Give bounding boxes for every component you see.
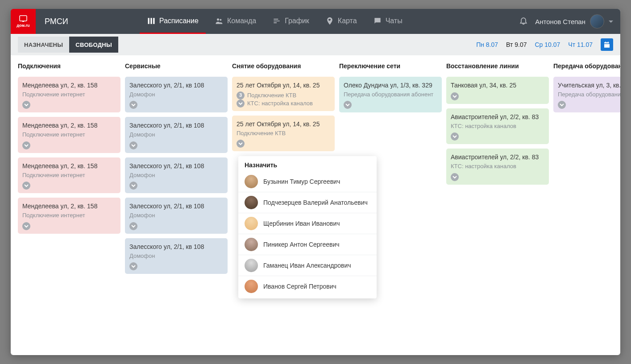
task-card[interactable]: Залесского ул, 2/1, кв 108Домофон — [125, 238, 228, 274]
expand-chevron[interactable] — [22, 182, 30, 190]
card-address: 25 лет Октября ул, 14, кв. 25 — [237, 120, 330, 128]
task-card[interactable]: Авиастроителей ул, 2/2, кв. 83КТС: настр… — [446, 149, 549, 184]
person-name: Гаманец Иван Александрович — [263, 262, 351, 269]
card-address: Залесского ул, 2/1, кв 108 — [129, 202, 223, 211]
chevron-down-icon — [452, 175, 457, 179]
assign-person-item[interactable]: Бузынин Тимур Сергеевич — [238, 171, 377, 192]
chevron-down-icon — [560, 103, 564, 107]
card-description: Домофон — [129, 91, 223, 99]
date-next-1[interactable]: Ср 10.07 — [535, 41, 560, 48]
app-window: дом.ru РМСИ Расписание Команда График Ка… — [11, 9, 620, 355]
expand-chevron[interactable] — [558, 101, 566, 109]
expand-chevron[interactable] — [129, 101, 137, 109]
assign-person-item[interactable]: Иванов Сергей Петрович — [238, 276, 377, 297]
segment-assigned[interactable]: НАЗНАЧЕНЫ — [18, 37, 69, 53]
column-title: Подключения — [18, 62, 120, 70]
card-description: Подключение интернет — [22, 91, 116, 99]
task-card[interactable]: Залесского ул, 2/1, кв 108Домофон — [125, 157, 228, 193]
task-card[interactable]: Учительская ул, 3, кв.1Передача оборудов… — [553, 77, 620, 112]
task-card[interactable]: Менделеева ул, 2, кв. 158Подключение инт… — [18, 77, 120, 112]
assign-person-item[interactable]: Подчезерцев Валерий Анатольевич — [238, 192, 377, 213]
card-description: КТС: настройка каналов — [451, 162, 544, 170]
popup-title: Назначить — [238, 161, 377, 171]
nav-label: График — [285, 17, 309, 25]
assign-person-item[interactable]: Пиникер Антон Сергеевич — [238, 234, 377, 255]
card-description: Домофон — [129, 211, 223, 219]
date-next-2[interactable]: Чт 11.07 — [568, 41, 593, 48]
card-address: Учительская ул, 3, кв.1 — [558, 81, 620, 90]
task-card[interactable]: Менделеева ул, 2, кв. 158Подключение инт… — [18, 198, 120, 233]
svg-rect-1 — [22, 21, 24, 22]
subbar: НАЗНАЧЕНЫ СВОБОДНЫ Пн 8.07 Вт 9.07 Ср 10… — [11, 34, 620, 55]
expand-chevron[interactable] — [22, 101, 30, 109]
task-card[interactable]: Менделеева ул, 2, кв. 158Подключение инт… — [18, 157, 120, 193]
task-card[interactable]: Авиастроителей ул, 2/2, кв. 83КТС: настр… — [446, 108, 549, 144]
date-prev[interactable]: Пн 8.07 — [476, 41, 498, 48]
card-address: Залесского ул, 2/1, кв 108 — [129, 243, 223, 251]
user-menu[interactable]: Антонов Степан — [535, 14, 613, 29]
chevron-down-icon — [238, 141, 243, 146]
calendar-button[interactable] — [601, 38, 613, 51]
expand-chevron[interactable] — [129, 222, 137, 230]
card-address: Залесского ул, 2/1, кв 108 — [129, 81, 223, 90]
task-card[interactable]: Олеко Дундича ул, 1/3, кв. 329Передача о… — [339, 77, 442, 112]
date-current[interactable]: Вт 9.07 — [506, 41, 527, 48]
card-address: Менделеева ул, 2, кв. 158 — [22, 81, 116, 90]
chevron-down-icon — [609, 21, 613, 23]
card-desc-line: Подключение КТВ — [247, 91, 296, 99]
expand-chevron[interactable] — [129, 141, 137, 149]
task-card[interactable]: 25 лет Октября ул, 14, кв. 25 3Подключен… — [232, 77, 335, 111]
expand-chevron[interactable] — [451, 132, 459, 141]
card-description: КТС: настройка каналов — [451, 122, 544, 130]
task-card[interactable]: Танковая ул, 34, кв. 25 — [446, 77, 549, 104]
task-card[interactable]: 25 лет Октября ул, 14, кв. 25Подключение… — [232, 116, 335, 151]
expand-chevron[interactable] — [237, 140, 245, 148]
person-avatar — [245, 280, 258, 293]
map-pin-icon — [325, 17, 334, 25]
person-avatar — [245, 238, 258, 251]
chevron-down-icon — [24, 143, 29, 148]
assign-person-item[interactable]: Щербинин Иван Иванович — [238, 213, 377, 234]
task-card[interactable]: Залесского ул, 2/1, кв 108Домофон — [125, 117, 228, 153]
nav-map[interactable]: Карта — [318, 9, 364, 34]
nav-label: Команда — [227, 17, 256, 25]
card-description: Подключение интернет — [22, 131, 116, 139]
expand-chevron[interactable] — [129, 262, 137, 270]
person-name: Иванов Сергей Петрович — [263, 283, 336, 290]
chart-icon — [272, 17, 281, 25]
nav-chats[interactable]: Чаты — [366, 9, 410, 34]
assign-person-item[interactable]: Гаманец Иван Александрович — [238, 255, 377, 276]
chevron-down-icon — [452, 94, 457, 99]
user-name: Антонов Степан — [535, 18, 585, 25]
expand-chevron[interactable] — [22, 141, 30, 149]
tv-icon — [19, 15, 28, 22]
expand-chevron[interactable] — [22, 222, 30, 230]
task-card[interactable]: Залесского ул, 2/1, кв 108Домофон — [125, 198, 228, 233]
expand-chevron[interactable] — [451, 92, 459, 100]
person-name: Щербинин Иван Иванович — [263, 220, 340, 227]
notifications-button[interactable] — [519, 16, 528, 27]
task-card[interactable]: Залесского ул, 2/1, кв 108Домофон — [125, 77, 228, 112]
expand-chevron[interactable] — [237, 99, 245, 108]
segment-free[interactable]: СВОБОДНЫ — [69, 37, 118, 53]
column-title: Передача оборудования — [553, 62, 620, 70]
card-description: Передача оборудования абонент — [344, 91, 437, 99]
nav-team[interactable]: Команда — [208, 9, 263, 34]
card-address: 25 лет Октября ул, 14, кв. 25 — [237, 81, 330, 90]
nav-schedule[interactable]: Расписание — [140, 9, 206, 34]
board-column: СервисныеЗалесского ул, 2/1, кв 108Домоф… — [125, 62, 228, 348]
brand-logo[interactable]: дом.ru — [11, 9, 36, 34]
nav-chart[interactable]: График — [265, 9, 316, 34]
expand-chevron[interactable] — [129, 182, 137, 190]
expand-chevron[interactable] — [344, 101, 352, 109]
main-nav: Расписание Команда График Карта Чаты — [140, 9, 410, 34]
topbar-right: Антонов Степан — [519, 9, 620, 34]
expand-chevron[interactable] — [451, 173, 459, 181]
svg-point-2 — [217, 18, 219, 21]
brand-text-2: .ru — [25, 23, 30, 28]
chevron-down-icon — [131, 183, 136, 188]
card-description: Подключение КТВ — [237, 129, 330, 137]
schedule-icon — [147, 17, 156, 25]
task-card[interactable]: Менделеева ул, 2, кв. 158Подключение инт… — [18, 117, 120, 153]
person-name: Подчезерцев Валерий Анатольевич — [263, 199, 368, 206]
